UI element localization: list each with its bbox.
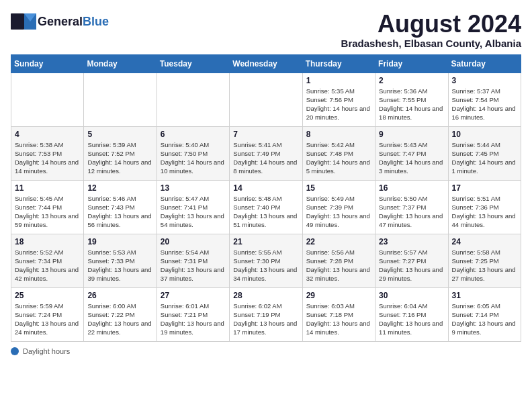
header-thursday: Thursday <box>302 54 375 73</box>
svg-rect-0 <box>11 13 24 30</box>
header-saturday: Saturday <box>448 54 521 73</box>
day-number: 31 <box>452 291 517 300</box>
calendar-week-row: 1Sunrise: 5:35 AM Sunset: 7:56 PM Daylig… <box>11 73 521 126</box>
header-sunday: Sunday <box>11 54 84 73</box>
day-info: Sunrise: 5:59 AM Sunset: 7:24 PM Dayligh… <box>15 302 80 337</box>
day-number: 14 <box>233 183 298 193</box>
calendar-cell: 21Sunrise: 5:55 AM Sunset: 7:30 PM Dayli… <box>230 234 302 287</box>
calendar-cell <box>11 73 84 126</box>
day-info: Sunrise: 6:04 AM Sunset: 7:16 PM Dayligh… <box>379 302 444 337</box>
calendar-week-row: 4Sunrise: 5:38 AM Sunset: 7:53 PM Daylig… <box>11 126 521 180</box>
day-number: 12 <box>87 183 152 193</box>
calendar-cell: 17Sunrise: 5:51 AM Sunset: 7:36 PM Dayli… <box>448 180 521 234</box>
calendar-cell: 6Sunrise: 5:40 AM Sunset: 7:50 PM Daylig… <box>157 126 229 180</box>
header-tuesday: Tuesday <box>157 54 229 73</box>
calendar-cell: 10Sunrise: 5:44 AM Sunset: 7:45 PM Dayli… <box>448 126 521 180</box>
day-info: Sunrise: 6:00 AM Sunset: 7:22 PM Dayligh… <box>87 302 152 337</box>
calendar-cell: 5Sunrise: 5:39 AM Sunset: 7:52 PM Daylig… <box>84 126 157 180</box>
calendar-cell: 26Sunrise: 6:00 AM Sunset: 7:22 PM Dayli… <box>84 287 157 341</box>
day-info: Sunrise: 6:05 AM Sunset: 7:14 PM Dayligh… <box>452 302 517 337</box>
day-info: Sunrise: 5:49 AM Sunset: 7:39 PM Dayligh… <box>306 194 371 230</box>
day-number: 19 <box>87 237 152 246</box>
day-info: Sunrise: 5:36 AM Sunset: 7:55 PM Dayligh… <box>379 87 444 122</box>
calendar-cell: 27Sunrise: 6:01 AM Sunset: 7:21 PM Dayli… <box>157 287 229 341</box>
calendar-cell: 22Sunrise: 5:56 AM Sunset: 7:28 PM Dayli… <box>302 234 375 287</box>
calendar-cell: 19Sunrise: 5:53 AM Sunset: 7:33 PM Dayli… <box>84 234 157 287</box>
calendar-cell: 14Sunrise: 5:48 AM Sunset: 7:40 PM Dayli… <box>230 180 302 234</box>
location-subtitle: Bradashesh, Elbasan County, Albania <box>341 38 521 49</box>
page-header: General Blue August 2024 Bradashesh, Elb… <box>11 11 521 49</box>
calendar-cell: 28Sunrise: 6:02 AM Sunset: 7:19 PM Dayli… <box>230 287 302 341</box>
calendar-cell: 11Sunrise: 5:45 AM Sunset: 7:44 PM Dayli… <box>11 180 84 234</box>
day-number: 21 <box>233 237 298 246</box>
day-info: Sunrise: 5:42 AM Sunset: 7:48 PM Dayligh… <box>306 140 371 176</box>
calendar-cell: 23Sunrise: 5:57 AM Sunset: 7:27 PM Dayli… <box>375 234 448 287</box>
day-info: Sunrise: 5:58 AM Sunset: 7:25 PM Dayligh… <box>452 248 517 283</box>
calendar-cell: 18Sunrise: 5:52 AM Sunset: 7:34 PM Dayli… <box>11 234 84 287</box>
day-info: Sunrise: 5:57 AM Sunset: 7:27 PM Dayligh… <box>379 248 444 283</box>
day-info: Sunrise: 5:52 AM Sunset: 7:34 PM Dayligh… <box>15 248 80 283</box>
day-info: Sunrise: 5:56 AM Sunset: 7:28 PM Dayligh… <box>306 248 371 283</box>
day-info: Sunrise: 5:51 AM Sunset: 7:36 PM Dayligh… <box>452 194 517 230</box>
legend: Daylight hours <box>11 347 521 355</box>
day-number: 25 <box>15 291 80 300</box>
day-number: 4 <box>15 130 80 139</box>
day-number: 8 <box>306 130 371 139</box>
day-number: 9 <box>379 130 444 139</box>
calendar-cell: 31Sunrise: 6:05 AM Sunset: 7:14 PM Dayli… <box>448 287 521 341</box>
day-number: 28 <box>233 291 298 300</box>
legend-dot <box>11 347 19 355</box>
day-info: Sunrise: 5:48 AM Sunset: 7:40 PM Dayligh… <box>233 194 298 230</box>
header-wednesday: Wednesday <box>230 54 302 73</box>
day-number: 18 <box>15 237 80 246</box>
logo-icon <box>11 11 36 32</box>
day-info: Sunrise: 5:46 AM Sunset: 7:43 PM Dayligh… <box>87 194 152 230</box>
header-friday: Friday <box>375 54 448 73</box>
day-info: Sunrise: 5:44 AM Sunset: 7:45 PM Dayligh… <box>452 140 517 176</box>
calendar-week-row: 11Sunrise: 5:45 AM Sunset: 7:44 PM Dayli… <box>11 180 521 234</box>
day-number: 23 <box>379 237 444 246</box>
calendar-cell: 30Sunrise: 6:04 AM Sunset: 7:16 PM Dayli… <box>375 287 448 341</box>
calendar-cell: 16Sunrise: 5:50 AM Sunset: 7:37 PM Dayli… <box>375 180 448 234</box>
day-info: Sunrise: 5:38 AM Sunset: 7:53 PM Dayligh… <box>15 140 80 176</box>
legend-label: Daylight hours <box>23 347 70 355</box>
day-number: 29 <box>306 291 371 300</box>
day-info: Sunrise: 5:55 AM Sunset: 7:30 PM Dayligh… <box>233 248 298 283</box>
calendar-cell <box>230 73 302 126</box>
day-info: Sunrise: 5:54 AM Sunset: 7:31 PM Dayligh… <box>161 248 226 283</box>
day-number: 27 <box>161 291 226 300</box>
day-number: 6 <box>161 130 226 139</box>
header-monday: Monday <box>84 54 157 73</box>
day-number: 16 <box>379 183 444 193</box>
calendar-cell: 12Sunrise: 5:46 AM Sunset: 7:43 PM Dayli… <box>84 180 157 234</box>
day-info: Sunrise: 5:50 AM Sunset: 7:37 PM Dayligh… <box>379 194 444 230</box>
calendar-cell: 4Sunrise: 5:38 AM Sunset: 7:53 PM Daylig… <box>11 126 84 180</box>
logo-general: General <box>38 15 83 29</box>
day-number: 10 <box>452 130 517 139</box>
calendar-week-row: 18Sunrise: 5:52 AM Sunset: 7:34 PM Dayli… <box>11 234 521 287</box>
day-info: Sunrise: 5:35 AM Sunset: 7:56 PM Dayligh… <box>306 87 371 122</box>
day-number: 5 <box>87 130 152 139</box>
calendar-header-row: SundayMondayTuesdayWednesdayThursdayFrid… <box>11 54 521 73</box>
day-number: 7 <box>233 130 298 139</box>
title-block: August 2024 Bradashesh, Elbasan County, … <box>341 11 521 49</box>
calendar-cell: 2Sunrise: 5:36 AM Sunset: 7:55 PM Daylig… <box>375 73 448 126</box>
logo-blue: Blue <box>83 15 109 29</box>
day-number: 15 <box>306 183 371 193</box>
calendar-cell: 7Sunrise: 5:41 AM Sunset: 7:49 PM Daylig… <box>230 126 302 180</box>
day-info: Sunrise: 5:43 AM Sunset: 7:47 PM Dayligh… <box>379 140 444 176</box>
day-info: Sunrise: 5:37 AM Sunset: 7:54 PM Dayligh… <box>452 87 517 122</box>
day-number: 13 <box>161 183 226 193</box>
month-year-title: August 2024 <box>341 11 521 38</box>
day-info: Sunrise: 6:01 AM Sunset: 7:21 PM Dayligh… <box>161 302 226 337</box>
calendar-cell: 25Sunrise: 5:59 AM Sunset: 7:24 PM Dayli… <box>11 287 84 341</box>
day-info: Sunrise: 5:41 AM Sunset: 7:49 PM Dayligh… <box>233 140 298 176</box>
day-info: Sunrise: 5:45 AM Sunset: 7:44 PM Dayligh… <box>15 194 80 230</box>
calendar-cell <box>84 73 157 126</box>
day-info: Sunrise: 5:39 AM Sunset: 7:52 PM Dayligh… <box>87 140 152 176</box>
day-number: 11 <box>15 183 80 193</box>
calendar-cell: 8Sunrise: 5:42 AM Sunset: 7:48 PM Daylig… <box>302 126 375 180</box>
calendar-cell: 1Sunrise: 5:35 AM Sunset: 7:56 PM Daylig… <box>302 73 375 126</box>
calendar-cell <box>157 73 229 126</box>
calendar-cell: 13Sunrise: 5:47 AM Sunset: 7:41 PM Dayli… <box>157 180 229 234</box>
